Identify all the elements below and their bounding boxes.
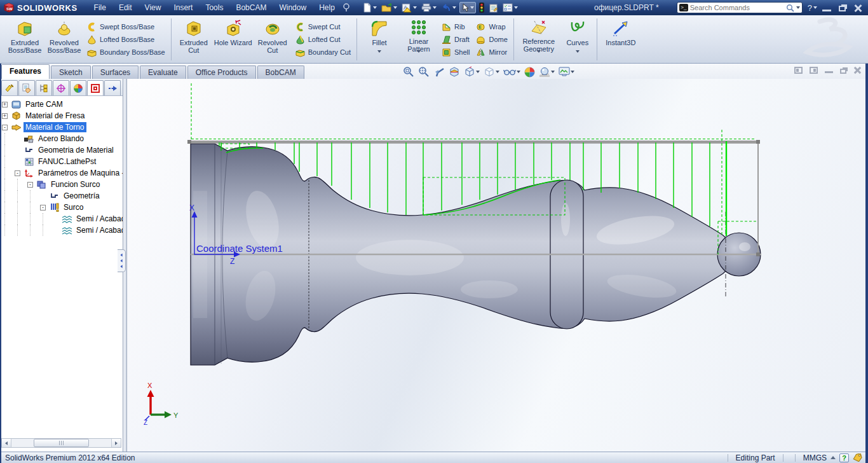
tab-bobcam[interactable]: BobCAM bbox=[257, 66, 304, 79]
tab-evaluate[interactable]: Evaluate bbox=[140, 66, 186, 79]
panel-overflow-button[interactable] bbox=[104, 80, 121, 95]
menu-file[interactable]: File bbox=[88, 1, 112, 14]
menu-bobcam[interactable]: BobCAM bbox=[229, 1, 273, 14]
wrap-button[interactable]: E Wrap bbox=[476, 22, 507, 32]
menu-insert[interactable]: Insert bbox=[167, 1, 199, 14]
menu-edit[interactable]: Edit bbox=[112, 1, 139, 14]
hide-show-items-button[interactable] bbox=[503, 66, 521, 78]
hole-wizard-button[interactable]: Hole Wizard bbox=[214, 17, 253, 62]
tree-item-label[interactable]: Semi / Acabad bbox=[74, 214, 123, 224]
reference-geometry-button[interactable]: Reference Geometry bbox=[517, 17, 561, 62]
tree-item-fanuc-lathepst[interactable]: FANUC.LathePst bbox=[2, 156, 123, 167]
help-button[interactable]: ? bbox=[808, 3, 817, 13]
menu-tools[interactable]: Tools bbox=[199, 1, 229, 14]
save-button[interactable]: A bbox=[400, 3, 418, 13]
model-viewport[interactable]: X Z Coordinate System1 X Y Z bbox=[127, 79, 868, 452]
tree-item-semi-acabado-2[interactable]: Semi / Acabad bbox=[2, 225, 123, 236]
tree-item-geometria-de-material[interactable]: Geometria de Material bbox=[2, 144, 123, 156]
rebuild-button[interactable] bbox=[478, 2, 485, 13]
panel-collapse-handle[interactable] bbox=[118, 249, 126, 272]
tree-item-parametros-de-maquina[interactable]: - Parámetros de Maquina - bbox=[2, 167, 123, 179]
rib-button[interactable]: Rib bbox=[442, 22, 470, 32]
tree-item-label[interactable]: Semi / Acabad bbox=[74, 225, 123, 235]
tab-sketch[interactable]: Sketch bbox=[51, 66, 91, 79]
tree-item-surco[interactable]: - Surco bbox=[2, 202, 123, 213]
undo-button[interactable] bbox=[440, 3, 458, 13]
lofted-boss-button[interactable]: Lofted Boss/Base bbox=[87, 34, 165, 45]
tree-horizontal-scrollbar[interactable] bbox=[1, 438, 121, 448]
expand-icon[interactable]: + bbox=[2, 102, 8, 107]
view-orientation-button[interactable] bbox=[463, 66, 480, 78]
view-settings-button[interactable] bbox=[558, 66, 575, 78]
coordinate-system-label[interactable]: Coordinate System1 bbox=[196, 243, 283, 254]
display-style-button[interactable] bbox=[483, 66, 500, 78]
scroll-right-button[interactable] bbox=[111, 439, 121, 447]
tree-item-label[interactable]: Funcion Surco bbox=[49, 179, 102, 190]
revolved-cut-button[interactable]: Revolved Cut bbox=[253, 17, 292, 62]
pin-menu-icon[interactable] bbox=[342, 3, 350, 12]
zoom-to-area-button[interactable] bbox=[417, 66, 430, 78]
swept-cut-button[interactable]: Swept Cut bbox=[295, 22, 351, 32]
search-scope-icon[interactable]: >_ bbox=[679, 4, 688, 11]
tree-item-label[interactable]: Material de Fresa bbox=[24, 111, 86, 121]
units-selector[interactable]: MMGS bbox=[803, 453, 827, 462]
swept-boss-button[interactable]: Swept Boss/Base bbox=[87, 22, 165, 32]
linear-pattern-dropdown-icon[interactable] bbox=[417, 50, 421, 60]
expand-icon[interactable]: - bbox=[2, 125, 8, 130]
print-button[interactable] bbox=[420, 3, 438, 13]
draft-button[interactable]: Draft bbox=[442, 34, 470, 45]
dome-button[interactable]: Dome bbox=[476, 34, 507, 45]
document-minimize-button[interactable] bbox=[825, 67, 833, 73]
menu-window[interactable]: Window bbox=[273, 1, 313, 14]
extruded-boss-button[interactable]: Extruded Boss/Base bbox=[5, 17, 44, 62]
search-commands-input[interactable] bbox=[690, 4, 784, 11]
open-document-button[interactable] bbox=[380, 3, 398, 13]
scrollbar-thumb[interactable] bbox=[34, 439, 90, 447]
search-icon[interactable] bbox=[786, 4, 794, 12]
tree-item-material-torno[interactable]: - Material de Torno bbox=[2, 121, 123, 133]
menu-help[interactable]: Help bbox=[313, 1, 341, 14]
expand-icon[interactable]: - bbox=[40, 205, 46, 211]
tag-icon[interactable] bbox=[853, 453, 863, 462]
curves-button[interactable]: Curves bbox=[561, 17, 594, 62]
menu-view[interactable]: View bbox=[139, 1, 168, 14]
collapse-right-pane-icon[interactable] bbox=[810, 67, 818, 74]
tree-item-acero-blando[interactable]: Acero Blando bbox=[2, 133, 123, 144]
tab-cam-tree[interactable] bbox=[87, 80, 104, 95]
extruded-cut-button[interactable]: Extruded Cut bbox=[174, 17, 214, 62]
restore-button[interactable] bbox=[839, 6, 846, 11]
minimize-button[interactable] bbox=[822, 4, 831, 11]
fillet-dropdown-icon[interactable] bbox=[377, 50, 381, 60]
options-button[interactable] bbox=[501, 3, 519, 13]
tab-displaymanager[interactable] bbox=[70, 80, 86, 95]
graphics-area[interactable]: X Z Coordinate System1 X Y Z bbox=[127, 79, 868, 452]
document-restore-button[interactable] bbox=[840, 69, 846, 74]
zoom-to-fit-button[interactable] bbox=[402, 66, 415, 78]
tab-propertymanager[interactable] bbox=[18, 80, 35, 95]
previous-view-button[interactable] bbox=[433, 66, 445, 78]
linear-pattern-button[interactable]: Linear Pattern bbox=[399, 17, 438, 62]
tab-dimxpertmanager[interactable] bbox=[53, 80, 69, 95]
new-document-button[interactable] bbox=[362, 2, 378, 13]
lofted-cut-button[interactable]: Lofted Cut bbox=[295, 34, 351, 45]
tree-item-label[interactable]: Material de Torno bbox=[24, 122, 86, 132]
tree-item-material-fresa[interactable]: + Material de Fresa bbox=[2, 110, 123, 121]
instant3d-button[interactable]: Instant3D bbox=[600, 17, 642, 62]
tab-office-products[interactable]: Office Products bbox=[187, 66, 256, 79]
edit-appearance-button[interactable] bbox=[524, 66, 536, 78]
section-view-button[interactable] bbox=[448, 66, 461, 78]
close-button[interactable] bbox=[853, 4, 862, 11]
expand-icon[interactable]: - bbox=[15, 170, 20, 176]
revolved-boss-button[interactable]: Revolved Boss/Base bbox=[44, 17, 84, 62]
boundary-cut-button[interactable]: Boundary Cut bbox=[295, 47, 351, 58]
tab-configurationmanager[interactable] bbox=[36, 80, 52, 95]
collapse-left-pane-icon[interactable] bbox=[794, 67, 803, 74]
units-dropdown-icon[interactable] bbox=[831, 456, 836, 459]
tree-item-label[interactable]: Parámetros de Maquina - bbox=[36, 168, 123, 178]
reference-geometry-dropdown-icon[interactable] bbox=[537, 50, 541, 60]
tab-featuremanager-tree[interactable] bbox=[1, 80, 18, 95]
tree-item-geometria[interactable]: Geometría bbox=[2, 190, 123, 202]
tree-item-label[interactable]: Parte CAM bbox=[24, 99, 65, 109]
expand-icon[interactable]: - bbox=[27, 182, 33, 188]
scrollbar-track[interactable] bbox=[11, 439, 111, 447]
